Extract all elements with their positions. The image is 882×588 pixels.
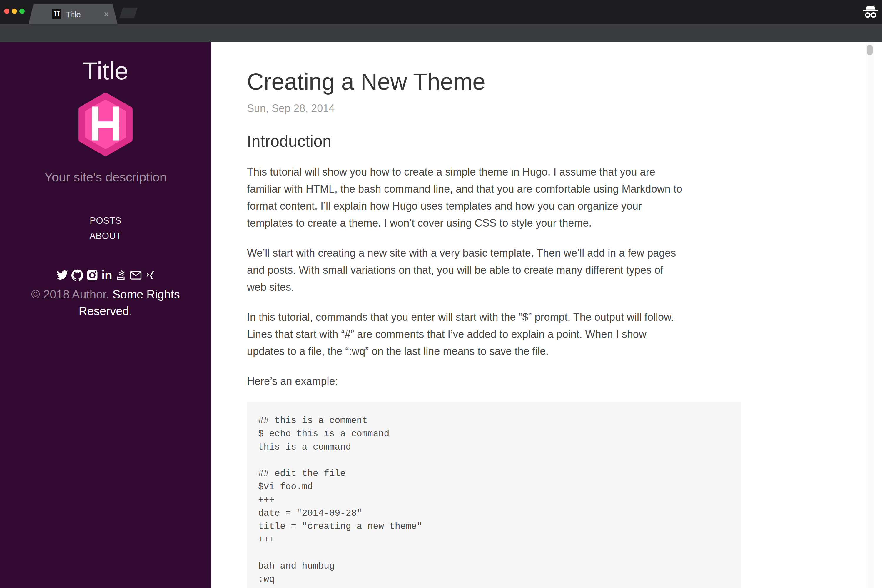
paragraph: This tutorial will show you how to creat… — [247, 164, 741, 232]
browser-titlebar: H Title × — [0, 0, 882, 24]
hugo-logo[interactable] — [76, 93, 135, 156]
sidebar: Title Your site's description POSTS ABOU… — [0, 42, 211, 588]
site-title[interactable]: Title — [0, 57, 211, 85]
site-favicon-icon: H — [52, 9, 62, 18]
stack-overflow-icon[interactable] — [115, 270, 126, 281]
scrollbar-thumb[interactable] — [867, 45, 873, 55]
linkedin-icon[interactable]: in — [101, 270, 112, 280]
browser-window: H Title × localhost: — [0, 0, 882, 588]
traffic-lights — [4, 9, 25, 14]
window-zoom-button[interactable] — [20, 9, 25, 14]
article: Creating a New Theme Sun, Sep 28, 2014 I… — [247, 42, 741, 588]
main-content: Creating a New Theme Sun, Sep 28, 2014 I… — [211, 42, 874, 588]
window-close-button[interactable] — [4, 9, 9, 14]
window-minimize-button[interactable] — [12, 9, 17, 14]
scrollbar[interactable] — [866, 42, 874, 588]
new-tab-button[interactable] — [119, 8, 138, 18]
xing-icon[interactable] — [145, 270, 155, 280]
paragraph: We’ll start with creating a new site wit… — [247, 244, 741, 296]
email-icon[interactable] — [130, 269, 142, 281]
copyright-suffix: . — [129, 304, 132, 318]
browser-toolbar: localhost:1313 — [0, 24, 882, 42]
copyright-prefix: © 2018 Author. — [31, 288, 112, 301]
instagram-icon[interactable] — [86, 269, 98, 281]
site-description: Your site's description — [0, 170, 211, 184]
incognito-icon — [862, 3, 879, 20]
example-label: Here’s an example: — [247, 373, 741, 390]
github-icon[interactable] — [72, 269, 83, 281]
sidebar-item-about[interactable]: ABOUT — [0, 228, 211, 244]
sidebar-nav: POSTS ABOUT — [0, 213, 211, 244]
browser-tab[interactable]: H Title × — [28, 4, 118, 24]
code-block: ## this is a comment $ echo this is a co… — [247, 402, 741, 588]
post-date: Sun, Sep 28, 2014 — [247, 102, 741, 115]
social-links: in — [0, 269, 211, 281]
tab-close-icon[interactable]: × — [104, 9, 109, 19]
paragraph: In this tutorial, commands that you ente… — [247, 309, 741, 360]
copyright: © 2018 Author. Some Rights Reserved. — [20, 286, 191, 320]
sidebar-item-posts[interactable]: POSTS — [0, 213, 211, 228]
section-heading: Introduction — [247, 132, 741, 150]
post-title: Creating a New Theme — [247, 69, 741, 94]
code-text: ## this is a comment $ echo this is a co… — [258, 414, 730, 588]
page-viewport: Title Your site's description POSTS ABOU… — [0, 42, 882, 588]
twitter-icon[interactable] — [56, 269, 68, 281]
tab-title: Title — [66, 10, 81, 20]
